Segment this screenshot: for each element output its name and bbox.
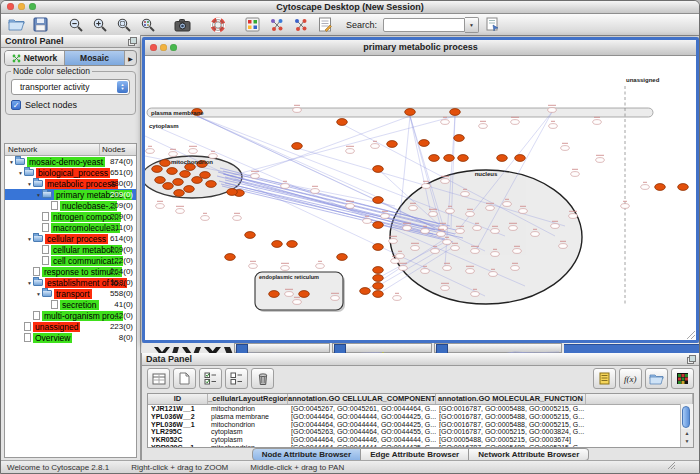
graph-node[interactable] bbox=[281, 184, 290, 189]
graph-node-selected-category[interactable] bbox=[444, 155, 455, 162]
tree-item-label[interactable]: Overview bbox=[33, 333, 72, 343]
background-window[interactable] bbox=[332, 343, 432, 353]
zoom-selected-icon[interactable] bbox=[113, 16, 134, 34]
zoom-out-icon[interactable] bbox=[65, 16, 86, 34]
network-tree-row[interactable]: secretion41(0) bbox=[5, 299, 136, 310]
graph-node[interactable] bbox=[156, 204, 165, 209]
graph-node-selected-category[interactable] bbox=[160, 160, 171, 167]
graph-node[interactable] bbox=[316, 264, 325, 269]
open-icon[interactable] bbox=[6, 16, 27, 34]
unselect-all-attributes-icon[interactable] bbox=[225, 368, 248, 389]
scrollbar-arrows[interactable]: ▲▼ bbox=[680, 429, 693, 447]
annotation-icon[interactable] bbox=[314, 16, 335, 34]
expand-arrow-icon[interactable]: ▼ bbox=[26, 236, 33, 242]
network-tree-row[interactable]: nitrogen compo...209(0) bbox=[5, 211, 136, 222]
graph-node-selected-category[interactable] bbox=[515, 155, 526, 162]
network-tree-row[interactable]: ▼mosaic-demo-yeast874(0) bbox=[5, 156, 136, 167]
graph-node-selected-category[interactable] bbox=[227, 189, 238, 196]
table-row[interactable]: YPL036W__1mitochondrion[GO:0044464, GO:0… bbox=[148, 421, 693, 429]
tree-item-label[interactable]: cell communicat... bbox=[51, 256, 123, 266]
graph-node-selected-category[interactable] bbox=[225, 254, 236, 261]
tree-item-label[interactable]: nucleobase-... bbox=[60, 201, 117, 211]
expand-arrow-icon[interactable]: ▼ bbox=[26, 280, 33, 286]
graph-node[interactable] bbox=[503, 202, 512, 207]
save-icon[interactable] bbox=[30, 16, 51, 34]
graph-node[interactable] bbox=[621, 204, 630, 209]
help-icon[interactable] bbox=[207, 16, 228, 34]
expand-arrow-icon[interactable]: ▼ bbox=[17, 170, 24, 176]
graph-node[interactable] bbox=[189, 149, 198, 154]
graph-node[interactable] bbox=[381, 214, 390, 219]
tab-mosaic[interactable]: Mosaic bbox=[65, 51, 125, 65]
graph-node-selected-category[interactable] bbox=[373, 244, 384, 251]
graph-node-selected-category[interactable] bbox=[373, 222, 384, 229]
tab-overflow-arrow[interactable]: ▶ bbox=[125, 51, 136, 65]
network-tree-row[interactable]: ▼primary metabolic...209(0) bbox=[5, 189, 136, 200]
graph-node[interactable] bbox=[571, 172, 580, 177]
graph-edge[interactable] bbox=[233, 116, 410, 181]
graph-node-selected-category[interactable] bbox=[454, 135, 465, 142]
network-tree-row[interactable]: ▼transport558(0) bbox=[5, 288, 136, 299]
zoom-button[interactable] bbox=[29, 3, 36, 10]
graph-node-selected-category[interactable] bbox=[405, 109, 416, 116]
graph-node[interactable] bbox=[441, 179, 450, 184]
graph-node-selected-category[interactable] bbox=[458, 155, 469, 162]
attribute-browser-icon[interactable] bbox=[482, 16, 503, 34]
graph-node[interactable] bbox=[549, 124, 558, 129]
graph-node[interactable] bbox=[559, 244, 568, 249]
table-cell[interactable]: YJR121W__1 bbox=[148, 405, 208, 413]
graph-node-selected-category[interactable] bbox=[192, 177, 203, 184]
graph-node[interactable] bbox=[293, 300, 302, 305]
canvas-resize-grip[interactable] bbox=[687, 331, 695, 339]
apply-layout-icon[interactable] bbox=[266, 16, 287, 34]
table-cell[interactable]: [GO:0016787, GO:0005488, GO:0005215, G..… bbox=[436, 421, 586, 429]
graph-node-selected-category[interactable] bbox=[269, 291, 280, 298]
graph-node-selected-category[interactable] bbox=[429, 155, 440, 162]
network-minimize-button[interactable] bbox=[160, 44, 167, 51]
network-tree-row[interactable]: cell communicat...22(0) bbox=[5, 255, 136, 266]
tree-item-label[interactable]: mosaic-demo-yeast bbox=[27, 157, 105, 167]
graph-node[interactable] bbox=[371, 144, 380, 149]
select-all-attributes-icon[interactable] bbox=[199, 368, 222, 389]
table-cell[interactable]: cytoplasm bbox=[208, 428, 288, 436]
network-view-titlebar[interactable]: primary metabolic process bbox=[145, 40, 696, 56]
graph-node[interactable] bbox=[443, 266, 452, 271]
graph-node-selected-category[interactable] bbox=[299, 291, 310, 298]
resize-grip[interactable] bbox=[666, 460, 676, 472]
graph-node-selected-category[interactable] bbox=[337, 254, 348, 261]
graph-node[interactable] bbox=[443, 240, 452, 245]
tree-item-label[interactable]: secretion bbox=[60, 300, 99, 310]
network-tree-row[interactable]: Overview8(0) bbox=[5, 332, 136, 343]
expand-arrow-icon[interactable]: ▼ bbox=[8, 159, 15, 165]
graph-node[interactable] bbox=[473, 226, 482, 231]
graph-node[interactable] bbox=[311, 189, 320, 194]
table-cell[interactable]: [GO:0045263, GO:0044464, GO:0044455, G..… bbox=[288, 428, 436, 436]
table-cell[interactable]: YLR295C bbox=[148, 428, 208, 436]
tree-column-network[interactable]: Network bbox=[5, 144, 100, 155]
graph-node[interactable] bbox=[233, 216, 242, 221]
network-tree-row[interactable]: ▼biological_process651(0) bbox=[5, 167, 136, 178]
import-attributes-icon[interactable] bbox=[645, 368, 668, 389]
graph-node-selected-category[interactable] bbox=[450, 109, 461, 116]
graph-node[interactable] bbox=[346, 204, 355, 209]
graph-node[interactable] bbox=[451, 246, 460, 251]
search-dropdown-arrow[interactable]: ▼ bbox=[465, 17, 479, 33]
table-cell[interactable]: [GO:0016787, GO:0005488, GO:0005215, G..… bbox=[436, 413, 586, 421]
graph-node[interactable] bbox=[466, 212, 475, 217]
graph-node-selected-category[interactable] bbox=[163, 183, 174, 190]
graph-node[interactable] bbox=[466, 269, 475, 274]
table-cell[interactable]: [GO:0044464, GO:0044444, GO:0044425, G..… bbox=[288, 413, 436, 421]
table-cell[interactable]: [GO:0005488, GO:0005215, GO:0003674] bbox=[436, 436, 586, 444]
graph-node-selected-category[interactable] bbox=[180, 171, 191, 178]
graph-node[interactable] bbox=[491, 252, 500, 257]
graph-node-selected-category[interactable] bbox=[155, 177, 166, 184]
tree-item-label[interactable]: macromolecule... bbox=[51, 223, 120, 233]
graph-node[interactable] bbox=[399, 266, 408, 271]
graph-node-selected-category[interactable] bbox=[373, 283, 384, 290]
graph-node-selected-category[interactable] bbox=[174, 190, 185, 197]
graph-node-selected-category[interactable] bbox=[360, 288, 371, 295]
node-color-select[interactable]: transporter activity ▲▼ bbox=[11, 79, 130, 95]
table-cell[interactable]: YKR052C bbox=[148, 436, 208, 444]
expand-arrow-icon[interactable]: ▼ bbox=[35, 291, 42, 297]
graph-node-selected-category[interactable] bbox=[373, 267, 384, 274]
